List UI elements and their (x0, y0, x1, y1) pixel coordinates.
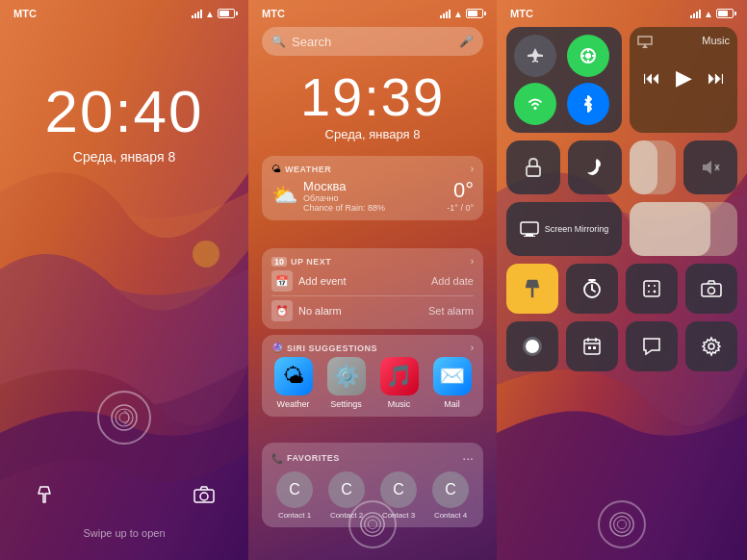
cal-left-add: 📅 Add event (271, 270, 347, 292)
weather-temp: 0° (447, 178, 474, 203)
calendar-number: 10 (271, 257, 287, 267)
favorites-header: 📞 FAVORITES ··· (271, 450, 474, 466)
cc-volume-slider[interactable] (630, 202, 737, 256)
contact-label-1: Contact 1 (278, 511, 311, 520)
airplay-icon[interactable] (637, 35, 653, 51)
home-button-s2[interactable] (348, 500, 397, 548)
timer-icon (581, 278, 603, 299)
siri-app-music[interactable]: 🎵 Music (380, 357, 419, 409)
cc-next-btn[interactable]: ⏭ (708, 68, 725, 89)
screen3-controlcenter: МТС ▲ (497, 0, 747, 560)
set-alarm-label: Set alarm (428, 305, 474, 317)
svg-marker-4 (39, 487, 50, 502)
contact-label-4: Contact 4 (434, 511, 467, 520)
cc-airplane-btn[interactable] (514, 35, 556, 77)
search-label: Search (292, 35, 331, 49)
carrier-s2: МТС (262, 8, 285, 19)
contact-4[interactable]: C Contact 4 (432, 471, 469, 520)
add-date-label: Add date (431, 275, 474, 287)
cc-screen-mirror-btn[interactable]: Screen Mirroring (506, 202, 622, 256)
calendar-add-event[interactable]: 📅 Add event Add date (271, 270, 474, 292)
cc-mute-btn[interactable] (683, 140, 737, 194)
cc-cellular-btn[interactable] (567, 35, 609, 77)
cc-music-block: Music ⏮ ▶ ⏭ (630, 27, 737, 133)
mail-app-icon: ✉️ (433, 357, 472, 395)
cc-moon-btn[interactable] (568, 140, 622, 194)
svg-rect-21 (521, 222, 538, 234)
weather-arrow: › (471, 164, 474, 174)
cc-camera-btn[interactable] (685, 264, 737, 314)
cc-brightness-slider[interactable] (630, 140, 676, 194)
svg-rect-44 (593, 346, 596, 349)
battery-icon-s1 (218, 9, 235, 18)
cc-prev-btn[interactable]: ⏮ (643, 68, 660, 89)
svg-point-47 (614, 517, 631, 533)
fingerprint-icon-s2 (359, 511, 386, 538)
signal-icon-s2 (440, 10, 451, 18)
weather-widget: 🌤 WEATHER › ⛅ Москва Облачно Chance of R… (262, 156, 483, 220)
svg-point-9 (368, 520, 376, 528)
status-icons-s3: ▲ (690, 8, 734, 19)
lock-icon (523, 157, 544, 178)
cc-calendar2-btn[interactable] (566, 321, 618, 371)
weather-description: Облачно (303, 193, 385, 203)
cc-timer-btn[interactable] (566, 264, 618, 314)
screen2-notifications: МТС ▲ 🔍 Search 🎤 19:39 Среда, января 8 🌤… (248, 0, 497, 560)
settings-icon-cc (701, 336, 722, 357)
cc-flashlight-btn[interactable] (506, 264, 558, 314)
svg-point-45 (708, 344, 714, 349)
calendar-alarm[interactable]: ⏰ No alarm Set alarm (271, 300, 474, 321)
siri-app-settings[interactable]: ⚙️ Settings (327, 357, 366, 409)
svg-line-27 (592, 290, 595, 292)
weather-temp-range: -1° / 0° (447, 203, 474, 213)
calendar-icon-cc (582, 337, 602, 356)
weather-widget-header: 🌤 WEATHER › (271, 164, 474, 174)
cc-music-controls: ⏮ ▶ ⏭ (637, 65, 730, 90)
flashlight-icon-s1 (35, 485, 54, 504)
cc-row5 (506, 321, 737, 371)
svg-point-12 (585, 53, 591, 59)
bluetooth-icon (580, 94, 596, 114)
battery-icon-s2 (466, 9, 483, 18)
camera-icon-s1 (193, 486, 215, 503)
cc-settings-btn[interactable] (685, 321, 737, 371)
cc-lock-btn[interactable] (506, 140, 560, 194)
contact-avatar-1: C (276, 471, 313, 508)
svg-point-2 (116, 409, 133, 426)
cc-messages-btn[interactable] (626, 321, 678, 371)
favorites-more[interactable]: ··· (462, 450, 474, 466)
home-button-s1[interactable] (97, 391, 151, 445)
siri-app-weather[interactable]: 🌤 Weather (274, 357, 313, 409)
siri-widget-header: 🔮 SIRI SUGGESTIONS › (271, 343, 474, 353)
search-bar[interactable]: 🔍 Search 🎤 (262, 27, 483, 56)
cc-row2 (506, 140, 737, 194)
screen-mirror-icon (520, 221, 539, 237)
cc-play-btn[interactable]: ▶ (676, 65, 692, 90)
screen1-lockscreen: МТС ▲ 20:40 Среда, января 8 (0, 0, 248, 560)
mute-icon (700, 157, 721, 178)
cc-calculator-btn[interactable] (626, 264, 678, 314)
cc-volume-fill (630, 202, 710, 256)
cc-bluetooth-btn[interactable] (567, 83, 609, 125)
status-icons-s2: ▲ (440, 8, 483, 19)
siri-app-mail[interactable]: ✉️ Mail (433, 357, 472, 409)
camera-button-s1[interactable] (187, 477, 221, 512)
wifi-icon-s2: ▲ (453, 9, 463, 19)
calendar-widget-header: 10 UP NEXT › (271, 256, 474, 267)
flashlight-button-s1[interactable] (27, 477, 62, 512)
carrier-s3: МТС (510, 8, 533, 19)
alarm-icon: ⏰ (271, 300, 293, 321)
contact-avatar-3: C (380, 471, 417, 508)
add-event-label: Add event (298, 275, 347, 287)
cc-wifi-btn[interactable] (514, 83, 556, 125)
home-button-s3[interactable] (598, 500, 646, 548)
svg-rect-30 (644, 281, 659, 296)
mic-icon: 🎤 (459, 35, 474, 48)
signal-icon-s3 (690, 10, 701, 18)
fingerprint-icon-s3 (608, 511, 635, 538)
siri-apps: 🌤 Weather ⚙️ Settings 🎵 Music ✉️ Mail (271, 357, 474, 409)
cc-record-btn[interactable] (506, 321, 558, 371)
no-alarm-label: No alarm (298, 305, 342, 317)
search-icon: 🔍 (271, 35, 286, 48)
contact-1[interactable]: C Contact 1 (276, 471, 313, 520)
